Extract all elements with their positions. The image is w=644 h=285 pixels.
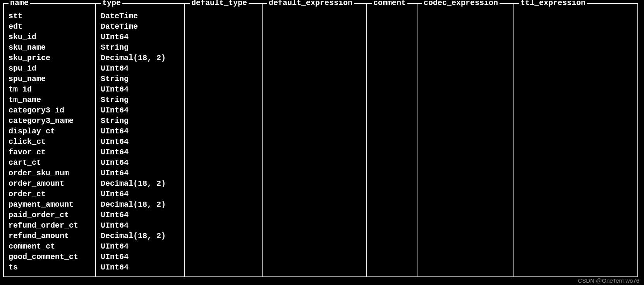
column-body-comment <box>367 4 417 271</box>
column-codec_expression: codec_expression <box>417 3 514 277</box>
cell-type: String <box>101 116 180 126</box>
cell-name: sku_price <box>9 53 91 63</box>
cell-name: refund_amount <box>9 231 91 241</box>
cell-name: order_amount <box>9 178 91 189</box>
cell-type: UInt64 <box>101 252 180 262</box>
column-default_type: default_type <box>185 3 263 277</box>
cell-name: edt <box>9 21 91 32</box>
cell-type: UInt64 <box>101 210 180 220</box>
cell-type: UInt64 <box>101 126 180 136</box>
cell-type: UInt64 <box>101 241 180 252</box>
cell-name: sku_name <box>9 42 91 53</box>
cell-name: category3_id <box>9 105 91 116</box>
column-header-name: name <box>9 0 30 7</box>
column-header-comment: comment <box>372 0 407 7</box>
cell-type: DateTime <box>101 21 180 32</box>
cell-name: paid_order_ct <box>9 210 91 220</box>
cell-name: payment_amount <box>9 199 91 210</box>
cell-name: spu_name <box>9 74 91 84</box>
cell-type: Decimal(18, 2) <box>101 231 180 241</box>
watermark-text: CSDN @OneTenTwo76 <box>578 277 639 284</box>
cell-name: refund_order_ct <box>9 220 91 231</box>
cell-name: comment_ct <box>9 241 91 252</box>
column-body-codec_expression <box>417 4 513 271</box>
cell-name: tm_name <box>9 95 91 105</box>
cell-type: DateTime <box>101 11 180 21</box>
column-body-ttl_expression <box>514 4 637 271</box>
column-default_expression: default_expression <box>263 3 367 277</box>
column-ttl_expression: ttl_expression <box>514 3 638 277</box>
cell-type: String <box>101 42 180 53</box>
column-type: typeDateTimeDateTimeUInt64StringDecimal(… <box>96 3 185 277</box>
cell-type: String <box>101 95 180 105</box>
cell-name: display_ct <box>9 126 91 136</box>
cell-type: UInt64 <box>101 189 180 199</box>
cell-name: order_ct <box>9 189 91 199</box>
cell-name: sku_id <box>9 32 91 42</box>
cell-name: tm_id <box>9 84 91 95</box>
column-header-codec_expression: codec_expression <box>422 0 500 7</box>
cell-type: UInt64 <box>101 157 180 168</box>
cell-type: UInt64 <box>101 105 180 116</box>
cell-type: Decimal(18, 2) <box>101 53 180 63</box>
cell-name: cart_ct <box>9 157 91 168</box>
column-body-default_expression <box>263 4 366 271</box>
column-header-default_type: default_type <box>190 0 249 7</box>
cell-type: UInt64 <box>101 168 180 178</box>
cell-name: good_comment_ct <box>9 252 91 262</box>
schema-table: namesttedtsku_idsku_namesku_pricespu_ids… <box>3 3 641 277</box>
column-body-default_type <box>185 4 262 271</box>
cell-type: UInt64 <box>101 84 180 95</box>
cell-type: UInt64 <box>101 262 180 273</box>
cell-name: ts <box>9 262 91 273</box>
cell-type: UInt64 <box>101 63 180 74</box>
cell-type: String <box>101 74 180 84</box>
cell-name: spu_id <box>9 63 91 74</box>
cell-name: order_sku_num <box>9 168 91 178</box>
column-body-type: DateTimeDateTimeUInt64StringDecimal(18, … <box>96 4 184 276</box>
column-name: namesttedtsku_idsku_namesku_pricespu_ids… <box>3 3 96 277</box>
cell-name: stt <box>9 11 91 21</box>
cell-type: UInt64 <box>101 136 180 147</box>
column-body-name: sttedtsku_idsku_namesku_pricespu_idspu_n… <box>4 4 95 276</box>
cell-name: category3_name <box>9 116 91 126</box>
cell-type: Decimal(18, 2) <box>101 178 180 189</box>
cell-type: UInt64 <box>101 220 180 231</box>
cell-type: UInt64 <box>101 147 180 157</box>
column-header-default_expression: default_expression <box>267 0 354 7</box>
column-header-type: type <box>101 0 122 7</box>
column-comment: comment <box>367 3 417 277</box>
cell-type: Decimal(18, 2) <box>101 199 180 210</box>
cell-type: UInt64 <box>101 32 180 42</box>
cell-name: favor_ct <box>9 147 91 157</box>
column-header-ttl_expression: ttl_expression <box>519 0 587 7</box>
cell-name: click_ct <box>9 136 91 147</box>
